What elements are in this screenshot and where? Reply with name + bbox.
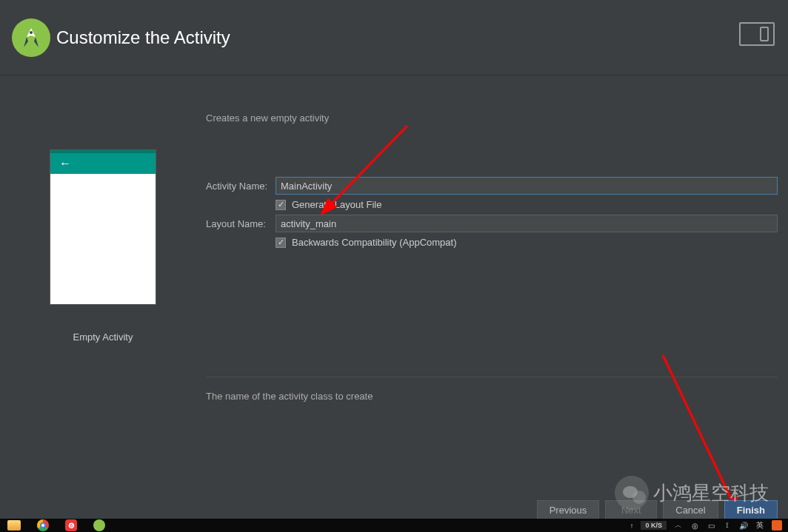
- divider: [206, 377, 778, 377]
- activity-name-input[interactable]: [276, 177, 778, 195]
- svg-point-0: [30, 31, 33, 34]
- activity-preview: ←: [50, 149, 156, 305]
- location-icon[interactable]: ◎: [690, 521, 699, 530]
- upload-icon: ↑: [630, 522, 633, 530]
- generate-layout-checkbox[interactable]: ✓: [276, 200, 286, 210]
- backwards-compat-row: ✓ Backwards Compatibility (AppCompat): [276, 237, 778, 248]
- preview-column: ← Empty Activity: [0, 112, 206, 402]
- wifi-icon[interactable]: ⟟: [723, 521, 732, 530]
- help-text: The name of the activity class to create: [206, 391, 778, 402]
- dialog-title: Customize the Activity: [56, 27, 230, 48]
- activity-name-label: Activity Name:: [206, 181, 276, 192]
- back-arrow-icon: ←: [59, 157, 71, 170]
- volume-icon[interactable]: 🔊: [739, 521, 748, 530]
- ime-lang[interactable]: 英: [755, 521, 764, 530]
- netease-music-icon[interactable]: ❻: [65, 519, 77, 531]
- device-preview-icon: [739, 22, 775, 46]
- backwards-compat-checkbox[interactable]: ✓: [276, 238, 286, 248]
- previous-button[interactable]: Previous: [537, 500, 600, 519]
- net-speed-badge: 0 K/S: [641, 521, 667, 530]
- system-tray: ↑ 0 K/S ︿ ◎ ▭ ⟟ 🔊 英: [630, 519, 782, 532]
- chrome-icon[interactable]: [37, 519, 49, 531]
- dialog-content: ← Empty Activity Creates a new empty act…: [0, 75, 788, 402]
- wechat-icon: [615, 476, 649, 510]
- preview-titlebar: ←: [50, 150, 156, 174]
- watermark: 小鸿星空科技: [615, 476, 769, 510]
- preview-label: Empty Activity: [73, 331, 133, 343]
- dialog-header: Customize the Activity: [0, 0, 788, 75]
- form-column: Creates a new empty activity Activity Na…: [206, 112, 788, 402]
- generate-layout-row: ✓ Generate Layout File: [276, 199, 778, 210]
- watermark-text: 小鸿星空科技: [653, 480, 769, 506]
- sogou-icon[interactable]: [772, 520, 782, 531]
- file-explorer-icon[interactable]: [7, 520, 21, 531]
- backwards-compat-label: Backwards Compatibility (AppCompat): [292, 237, 457, 248]
- battery-icon[interactable]: ▭: [707, 521, 715, 530]
- generate-layout-label: Generate Layout File: [292, 199, 381, 210]
- layout-name-row: Layout Name:: [206, 215, 778, 232]
- android-studio-taskbar-icon[interactable]: [93, 519, 105, 531]
- intro-text: Creates a new empty activity: [206, 112, 778, 124]
- android-studio-logo-icon: [12, 18, 50, 57]
- activity-name-row: Activity Name:: [206, 177, 778, 195]
- layout-name-label: Layout Name:: [206, 218, 276, 229]
- chevron-up-icon[interactable]: ︿: [674, 521, 683, 530]
- windows-taskbar: ❻ ↑ 0 K/S ︿ ◎ ▭ ⟟ 🔊 英: [0, 519, 788, 532]
- layout-name-input[interactable]: [276, 215, 778, 232]
